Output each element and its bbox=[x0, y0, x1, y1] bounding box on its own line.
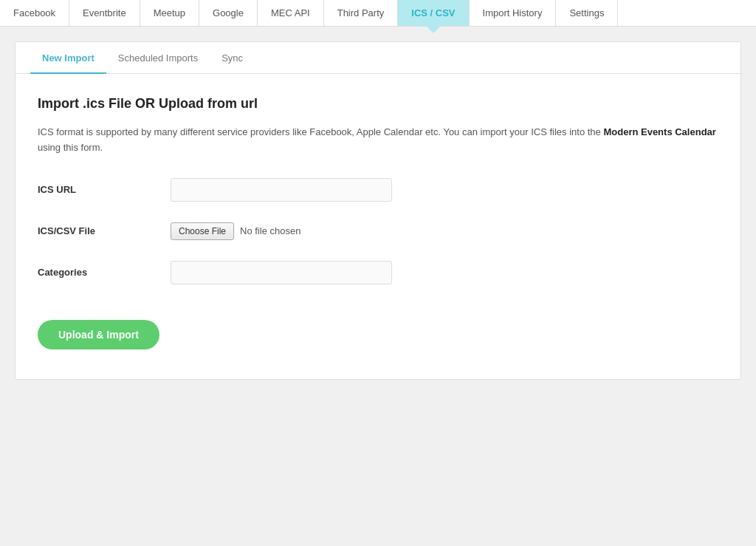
choose-file-button[interactable]: Choose File bbox=[171, 222, 234, 240]
categories-label: Categories bbox=[38, 267, 171, 278]
tab-scheduled-imports[interactable]: Scheduled Imports bbox=[106, 42, 210, 74]
categories-field bbox=[171, 261, 392, 284]
ics-url-field bbox=[171, 178, 392, 202]
upload-import-button[interactable]: Upload & Import bbox=[38, 320, 159, 349]
nav-mec-api[interactable]: MEC API bbox=[258, 0, 324, 26]
nav-ics-csv[interactable]: ICS / CSV bbox=[398, 0, 469, 26]
categories-row: Categories bbox=[38, 261, 718, 284]
nav-google[interactable]: Google bbox=[199, 0, 258, 26]
nav-settings[interactable]: Settings bbox=[556, 0, 618, 26]
tab-sync[interactable]: Sync bbox=[210, 42, 255, 74]
main-content: New Import Scheduled Imports Sync Import… bbox=[0, 27, 756, 532]
nav-meetup[interactable]: Meetup bbox=[140, 0, 199, 26]
main-panel: New Import Scheduled Imports Sync Import… bbox=[15, 41, 741, 380]
ics-url-row: ICS URL bbox=[38, 178, 718, 202]
ics-url-input[interactable] bbox=[171, 178, 392, 202]
top-navigation: Facebook Eventbrite Meetup Google MEC AP… bbox=[0, 0, 756, 27]
ics-file-field: Choose File No file chosen bbox=[171, 222, 392, 240]
tab-new-import[interactable]: New Import bbox=[30, 42, 106, 74]
nav-third-party[interactable]: Third Party bbox=[324, 0, 399, 26]
description-text: ICS format is supported by many differen… bbox=[38, 125, 718, 156]
nav-import-history[interactable]: Import History bbox=[470, 0, 557, 26]
file-input-wrapper: Choose File No file chosen bbox=[171, 222, 392, 240]
ics-file-label: ICS/CSV File bbox=[38, 225, 171, 236]
section-title: Import .ics File OR Upload from url bbox=[38, 96, 718, 112]
categories-input[interactable] bbox=[171, 261, 392, 284]
nav-facebook[interactable]: Facebook bbox=[0, 0, 69, 26]
nav-eventbrite[interactable]: Eventbrite bbox=[69, 0, 140, 26]
no-file-label: No file chosen bbox=[240, 225, 300, 236]
ics-url-label: ICS URL bbox=[38, 184, 171, 195]
panel-body: Import .ics File OR Upload from url ICS … bbox=[16, 74, 740, 379]
panel-tabs: New Import Scheduled Imports Sync bbox=[16, 42, 740, 74]
ics-file-row: ICS/CSV File Choose File No file chosen bbox=[38, 222, 718, 240]
